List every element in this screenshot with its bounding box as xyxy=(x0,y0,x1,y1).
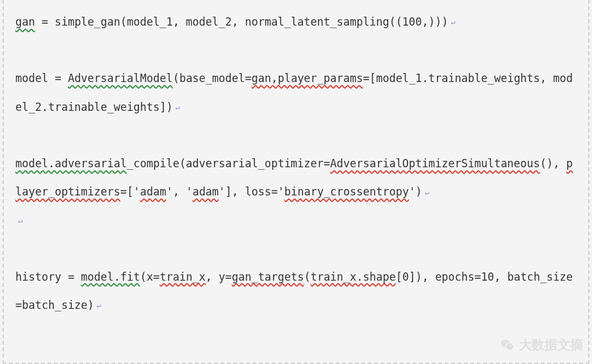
code-text: (base_model= xyxy=(173,72,252,85)
code-text: adam xyxy=(140,185,166,198)
code-line-2: model = AdversarialModel(base_model=gan,… xyxy=(15,64,577,120)
watermark-text: 大数据文摘 xyxy=(519,336,583,354)
newline-glyph: ↵ xyxy=(15,216,22,225)
watermark: 大数据文摘 xyxy=(500,336,583,354)
code-text: (x= xyxy=(140,270,160,283)
code-line-3: model.adversarial_compile(adversarial_op… xyxy=(15,149,577,206)
code-text: model.fit xyxy=(81,270,140,283)
code-line-blank-3b xyxy=(15,235,577,263)
code-text: (), xyxy=(540,157,566,170)
code-text: train_x xyxy=(160,270,206,283)
code-text: ', ' xyxy=(166,185,192,198)
code-text: ( xyxy=(304,270,310,283)
newline-glyph: ↵ xyxy=(448,17,456,26)
code-text: =[' xyxy=(120,185,140,198)
code-text: gan,player_params xyxy=(251,72,363,85)
code-text: gan_targets xyxy=(232,270,304,283)
code-text: , y= xyxy=(206,270,232,283)
code-text: gan xyxy=(15,15,35,28)
code-text: AdversarialModel xyxy=(68,72,173,85)
code-text: _compile(adversarial_optimizer= xyxy=(127,157,330,170)
code-text: = simple_gan(model_1, model_2, normal_la… xyxy=(35,15,448,28)
wechat-icon xyxy=(500,338,515,353)
code-text: history = xyxy=(15,270,81,283)
code-line-blank-1 xyxy=(15,36,577,64)
newline-glyph: ↵ xyxy=(422,188,429,197)
code-line-blank-2 xyxy=(15,121,577,149)
code-line-blank-3a: ↵ xyxy=(15,206,577,234)
code-block: gan = simple_gan(model_1, model_2, norma… xyxy=(3,0,589,364)
newline-glyph: ↵ xyxy=(173,103,180,112)
code-line-1: gan = simple_gan(model_1, model_2, norma… xyxy=(15,8,577,36)
code-line-4: history = model.fit(x=train_x, y=gan_tar… xyxy=(15,263,577,319)
code-text: train_x.shape xyxy=(311,270,396,283)
code-text: model = xyxy=(15,72,68,85)
code-text: ') xyxy=(409,185,422,198)
code-text: AdversarialOptimizerSimultaneous xyxy=(330,157,540,170)
newline-glyph: ↵ xyxy=(94,301,101,310)
code-text: '], loss=' xyxy=(218,185,284,198)
code-text: adam xyxy=(192,185,218,198)
code-text: binary_crossentropy xyxy=(284,185,409,198)
code-text: model.adversarial xyxy=(15,157,127,170)
